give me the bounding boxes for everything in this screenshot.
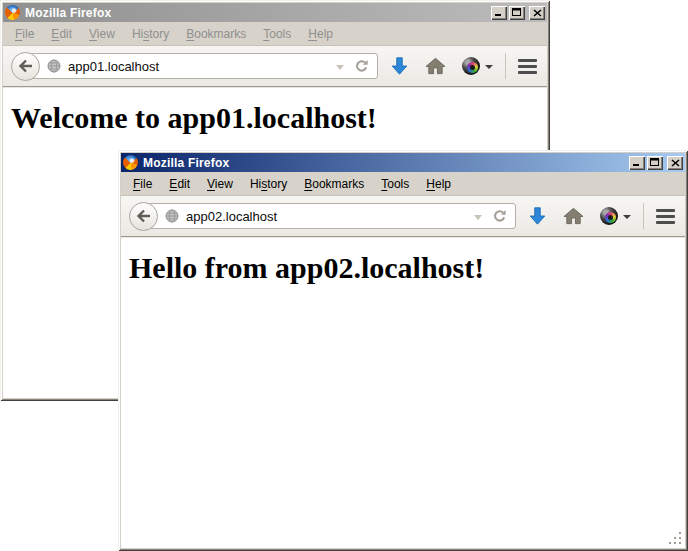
url-input[interactable]: app02.localhost <box>186 209 468 224</box>
reload-icon <box>354 59 369 74</box>
toolbar-separator <box>505 53 506 79</box>
url-bar[interactable]: app02.localhost <box>148 203 516 229</box>
url-dropdown-icon[interactable] <box>474 215 482 220</box>
minimize-icon <box>494 8 504 17</box>
color-wheel-button[interactable] <box>462 57 493 75</box>
menu-item-file[interactable]: File <box>15 27 34 41</box>
minimize-button[interactable] <box>491 6 507 20</box>
color-wheel-button[interactable] <box>600 207 631 225</box>
page-heading: Hello from app02.localhost! <box>129 251 685 285</box>
menu-item-bookmarks[interactable]: Bookmarks <box>304 177 364 191</box>
back-button[interactable] <box>129 202 158 231</box>
menu-button[interactable] <box>518 57 537 76</box>
firefox-icon[interactable] <box>123 155 138 170</box>
close-icon <box>671 159 680 167</box>
menubar: File Edit View History Bookmarks Tools H… <box>3 22 547 45</box>
navigation-toolbar: app02.localhost <box>121 195 685 237</box>
menubar: File Edit View History Bookmarks Tools H… <box>121 172 685 195</box>
firefox-window-app02: Mozilla Firefox File Edit View History B… <box>118 150 688 551</box>
download-icon <box>528 206 547 226</box>
reload-icon <box>492 209 507 224</box>
download-icon <box>390 56 409 76</box>
back-button[interactable] <box>11 52 40 81</box>
window-title: Mozilla Firefox <box>142 156 625 170</box>
menu-icon <box>518 59 537 62</box>
titlebar[interactable]: Mozilla Firefox <box>121 153 685 172</box>
url-input[interactable]: app01.localhost <box>68 59 330 74</box>
menu-item-tools[interactable]: Tools <box>381 177 409 191</box>
menu-icon <box>656 209 675 212</box>
home-icon <box>563 207 584 225</box>
window-title: Mozilla Firefox <box>24 6 487 20</box>
desktop: Mozilla Firefox File Edit View History B… <box>0 0 688 551</box>
page-content: Hello from app02.localhost! <box>121 237 685 548</box>
close-icon <box>533 9 542 17</box>
home-button[interactable] <box>563 207 584 225</box>
titlebar[interactable]: Mozilla Firefox <box>3 3 547 22</box>
color-wheel-caret-icon <box>623 215 631 219</box>
downloads-button[interactable] <box>528 206 547 226</box>
back-icon <box>18 59 34 73</box>
reload-button[interactable] <box>492 209 507 224</box>
downloads-button[interactable] <box>390 56 409 76</box>
maximize-button[interactable] <box>647 156 663 170</box>
maximize-icon <box>512 8 522 17</box>
home-button[interactable] <box>425 57 446 75</box>
minimize-button[interactable] <box>629 156 645 170</box>
close-button[interactable] <box>529 6 545 20</box>
url-dropdown-icon[interactable] <box>336 65 344 70</box>
menu-item-bookmarks[interactable]: Bookmarks <box>186 27 246 41</box>
maximize-button[interactable] <box>509 6 525 20</box>
url-bar[interactable]: app01.localhost <box>30 53 378 79</box>
color-wheel-icon <box>462 57 480 75</box>
close-button[interactable] <box>667 156 683 170</box>
menu-item-view[interactable]: View <box>207 177 233 191</box>
menu-item-history[interactable]: History <box>250 177 287 191</box>
globe-icon <box>165 209 179 223</box>
menu-item-history[interactable]: History <box>132 27 169 41</box>
menu-item-file[interactable]: File <box>133 177 152 191</box>
back-icon <box>136 209 152 223</box>
menu-button[interactable] <box>656 207 675 226</box>
page-heading: Welcome to app01.localhost! <box>11 101 547 135</box>
menu-item-help[interactable]: Help <box>308 27 333 41</box>
color-wheel-caret-icon <box>485 65 493 69</box>
globe-icon <box>47 59 61 73</box>
menu-item-tools[interactable]: Tools <box>263 27 291 41</box>
resize-grip[interactable] <box>667 530 683 546</box>
toolbar-separator <box>643 203 644 229</box>
color-wheel-icon <box>600 207 618 225</box>
menu-item-edit[interactable]: Edit <box>51 27 72 41</box>
navigation-toolbar: app01.localhost <box>3 45 547 87</box>
maximize-icon <box>650 158 660 167</box>
menu-item-edit[interactable]: Edit <box>169 177 190 191</box>
reload-button[interactable] <box>354 59 369 74</box>
minimize-icon <box>632 158 642 167</box>
firefox-icon[interactable] <box>5 5 20 20</box>
menu-item-help[interactable]: Help <box>426 177 451 191</box>
menu-item-view[interactable]: View <box>89 27 115 41</box>
home-icon <box>425 57 446 75</box>
